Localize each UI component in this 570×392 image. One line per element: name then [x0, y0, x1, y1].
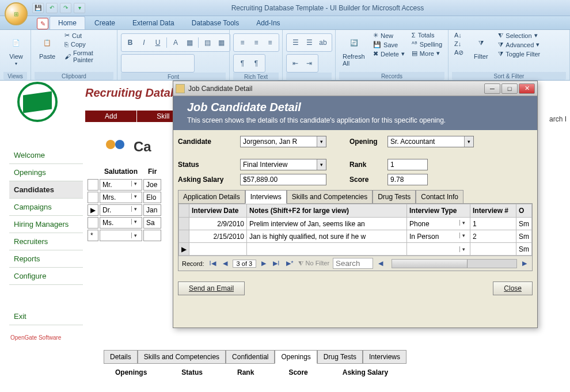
chevron-down-icon[interactable]: ▾ — [131, 181, 139, 187]
row-selector[interactable] — [179, 230, 189, 243]
cut-button[interactable]: ✂Cut — [62, 31, 113, 40]
col-first[interactable]: Fir — [143, 165, 161, 178]
sidebar-item-reports[interactable]: Reports — [9, 250, 83, 268]
sidebar-item-openings[interactable]: Openings — [9, 164, 83, 181]
paste-button[interactable]: 📋 Paste — [35, 31, 60, 62]
underline-button[interactable]: U — [151, 36, 164, 49]
gridlines-button[interactable]: ▤ — [201, 36, 214, 49]
qat-redo-icon[interactable]: ↷ — [60, 3, 71, 13]
col-notes[interactable]: Notes (Shift+F2 for large view) — [247, 204, 407, 218]
qat-save-icon[interactable]: 💾 — [32, 3, 44, 13]
opening-field[interactable] — [387, 136, 474, 147]
office-button[interactable]: ⊞ — [5, 2, 28, 25]
font-family-dropdown[interactable] — [124, 57, 170, 70]
selection-button[interactable]: ⧨Selection▾ — [496, 31, 542, 40]
first-record-button[interactable]: I◀ — [208, 260, 218, 267]
chevron-down-icon[interactable]: ▾ — [459, 220, 468, 226]
prev-record-button[interactable]: ◀ — [221, 260, 229, 267]
send-email-button[interactable]: Send an Email — [178, 281, 245, 295]
align-right-button[interactable]: ≡ — [264, 36, 276, 49]
filter-button[interactable]: ⧩ Filter — [468, 31, 493, 62]
tab-openings[interactable]: Openings — [275, 350, 317, 364]
row-selector-new[interactable]: * — [88, 230, 98, 241]
footer-link[interactable]: OpenGate Software — [9, 334, 83, 341]
tab-create[interactable]: Create — [86, 17, 123, 29]
maximize-button[interactable]: □ — [501, 83, 518, 94]
search-input[interactable] — [333, 258, 373, 269]
sidebar-item-recruiters[interactable]: Recruiters — [9, 233, 83, 250]
sidebar-item-exit[interactable]: Exit — [9, 308, 83, 325]
chevron-down-icon[interactable]: ▾ — [464, 136, 473, 147]
spelling-button[interactable]: ᴬᴮSpelling — [409, 40, 444, 48]
sidebar-item-configure[interactable]: Configure — [9, 268, 83, 285]
sort-desc-button[interactable]: Z↓ — [452, 40, 466, 48]
totals-button[interactable]: ΣTotals — [409, 31, 444, 39]
font-size-dropdown[interactable] — [171, 57, 192, 70]
chevron-down-icon[interactable]: ▾ — [131, 193, 139, 199]
copy-button[interactable]: ⎘Copy — [62, 40, 113, 48]
sidebar-item-welcome[interactable]: Welcome — [9, 147, 83, 164]
new-record-button[interactable]: ✳New — [371, 31, 407, 40]
tab-confidential[interactable]: Confidential — [226, 350, 275, 364]
record-position[interactable]: 3 of 3 — [233, 260, 257, 268]
close-window-button[interactable]: ✕ — [519, 83, 535, 94]
save-record-button[interactable]: 💾Save — [371, 40, 407, 49]
align-center-button[interactable]: ≡ — [250, 36, 263, 49]
chevron-down-icon[interactable]: ▾ — [131, 233, 139, 238]
row-selector[interactable] — [179, 218, 189, 230]
increase-indent-button[interactable]: ⇥ — [303, 57, 316, 70]
rtl-button[interactable]: ¶ — [250, 57, 263, 70]
indent-button[interactable]: ab — [317, 36, 329, 49]
number-list-button[interactable]: ☰ — [303, 36, 316, 49]
status-field[interactable] — [240, 159, 326, 170]
row-selector[interactable]: ▶ — [179, 243, 189, 256]
sort-asc-button[interactable]: A↓ — [452, 31, 466, 39]
scroll-right-button[interactable]: ▶ — [520, 260, 529, 267]
chevron-down-icon[interactable]: ▾ — [317, 159, 326, 170]
row-selector[interactable] — [88, 192, 98, 203]
italic-button[interactable]: I — [138, 36, 150, 49]
more-button[interactable]: ▤More▾ — [409, 49, 444, 58]
align-left-button[interactable]: ≡ — [236, 36, 249, 49]
score-field[interactable] — [387, 174, 428, 185]
minimize-button[interactable]: ─ — [484, 83, 500, 94]
col-interview-date[interactable]: Interview Date — [189, 204, 247, 218]
col-salutation[interactable]: Salutation — [100, 165, 142, 178]
bullet-list-button[interactable]: ☰ — [289, 36, 302, 49]
tab-details[interactable]: Details — [104, 350, 138, 364]
chevron-down-icon[interactable]: ▾ — [131, 206, 139, 212]
candidate-field[interactable] — [240, 136, 326, 147]
no-filter-label[interactable]: ⧨ No Filter — [298, 260, 329, 267]
row-selector[interactable] — [88, 217, 98, 229]
qat-undo-icon[interactable]: ↶ — [46, 3, 58, 13]
horizontal-scrollbar[interactable] — [392, 259, 517, 268]
rank-field[interactable] — [387, 159, 428, 170]
col-interview-num[interactable]: Interview # — [470, 204, 516, 218]
tab-database-tools[interactable]: Database Tools — [184, 17, 248, 29]
chevron-down-icon[interactable]: ▾ — [317, 136, 326, 147]
delete-record-button[interactable]: ✖Delete▾ — [371, 50, 407, 58]
tab-drug-tests[interactable]: Drug Tests — [373, 190, 416, 204]
asking-salary-field[interactable] — [240, 174, 326, 185]
ui-builder-icon[interactable]: ✎ — [37, 18, 48, 29]
next-record-button[interactable]: ▶ — [260, 260, 268, 267]
tab-skills-competencies[interactable]: Skills and Competencies — [287, 190, 373, 204]
tab-interviews[interactable]: Interviews — [245, 190, 287, 204]
chevron-down-icon[interactable]: ▾ — [459, 246, 468, 252]
sidebar-item-campaigns[interactable]: Campaigns — [9, 199, 83, 216]
chevron-down-icon[interactable]: ▾ — [131, 219, 139, 224]
tab-application-details[interactable]: Application Details — [178, 190, 245, 204]
qat-dropdown-icon[interactable]: ▾ — [74, 3, 85, 13]
row-selector[interactable] — [88, 179, 98, 191]
tab-drug-tests[interactable]: Drug Tests — [317, 350, 363, 364]
add-button[interactable]: Add — [85, 111, 137, 122]
clear-sort-button[interactable]: A⊘ — [452, 48, 466, 57]
toggle-filter-button[interactable]: ⧩Toggle Filter — [496, 50, 542, 58]
tab-interviews[interactable]: Interviews — [363, 350, 406, 364]
new-record-nav-button[interactable]: ▶* — [284, 260, 295, 267]
bold-button[interactable]: B — [124, 36, 136, 49]
sidebar-item-candidates[interactable]: Candidates — [9, 181, 83, 199]
ltr-button[interactable]: ¶ — [236, 57, 249, 70]
format-painter-button[interactable]: 🖌Format Painter — [62, 49, 113, 64]
last-record-button[interactable]: ▶I — [271, 260, 281, 267]
